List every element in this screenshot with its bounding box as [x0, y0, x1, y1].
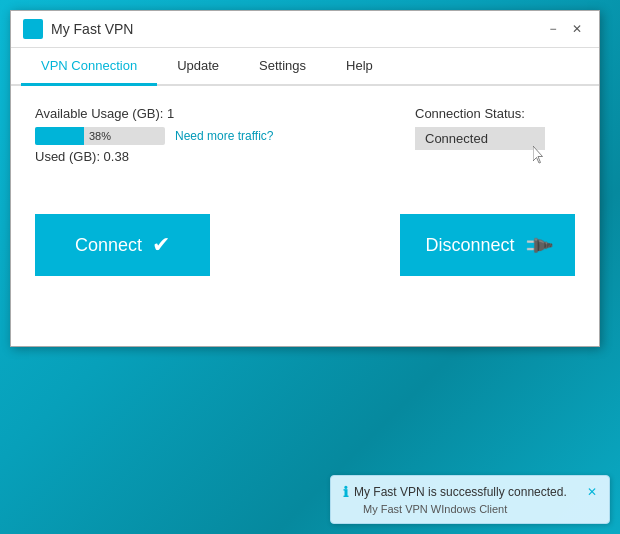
connection-status-label: Connection Status:	[415, 106, 575, 121]
app-icon	[23, 19, 43, 39]
title-bar-left: My Fast VPN	[23, 19, 133, 39]
toast-top: ℹ My Fast VPN is successfully connected.…	[343, 484, 597, 500]
connect-label: Connect	[75, 235, 142, 256]
need-more-traffic-link[interactable]: Need more traffic?	[175, 129, 274, 143]
minimize-button[interactable]: −	[543, 21, 563, 37]
content-area: Available Usage (GB): 1 38% Need more tr…	[11, 86, 599, 346]
desktop: My Fast VPN − ✕ VPN Connection Update Se…	[0, 0, 620, 534]
left-column: Available Usage (GB): 1 38% Need more tr…	[35, 106, 415, 184]
title-bar: My Fast VPN − ✕	[11, 11, 599, 48]
connect-button[interactable]: Connect ✔	[35, 214, 210, 276]
main-window: My Fast VPN − ✕ VPN Connection Update Se…	[10, 10, 600, 347]
tab-bar: VPN Connection Update Settings Help	[11, 48, 599, 86]
available-usage-label: Available Usage (GB): 1	[35, 106, 415, 121]
disconnect-label: Disconnect	[425, 235, 514, 256]
check-icon: ✔	[152, 232, 170, 258]
close-button[interactable]: ✕	[567, 21, 587, 37]
disconnect-button[interactable]: Disconnect 🔌	[400, 214, 575, 276]
window-title: My Fast VPN	[51, 21, 133, 37]
tab-vpn-connection[interactable]: VPN Connection	[21, 48, 157, 86]
two-col-layout: Available Usage (GB): 1 38% Need more tr…	[35, 106, 575, 184]
used-label: Used (GB): 0.38	[35, 149, 415, 164]
toast-message: My Fast VPN is successfully connected.	[354, 485, 581, 499]
tab-help[interactable]: Help	[326, 48, 393, 86]
toast-notification: ℹ My Fast VPN is successfully connected.…	[330, 475, 610, 524]
tab-update[interactable]: Update	[157, 48, 239, 86]
tab-settings[interactable]: Settings	[239, 48, 326, 86]
toast-close-button[interactable]: ✕	[587, 485, 597, 499]
progress-row: 38% Need more traffic?	[35, 127, 415, 145]
buttons-row: Connect ✔ Disconnect 🔌	[35, 214, 575, 276]
plug-icon: 🔌	[520, 228, 555, 263]
toast-sub-text: My Fast VPN WIndows Client	[343, 503, 597, 515]
title-bar-controls: − ✕	[543, 21, 587, 37]
info-icon: ℹ	[343, 484, 348, 500]
right-column: Connection Status: Connected	[415, 106, 575, 184]
main-content: Available Usage (GB): 1 38% Need more tr…	[35, 106, 575, 276]
progress-bar-container: 38%	[35, 127, 165, 145]
progress-text: 38%	[35, 127, 165, 145]
usage-section: Available Usage (GB): 1 38% Need more tr…	[35, 106, 415, 164]
connection-status-value: Connected	[415, 127, 545, 150]
